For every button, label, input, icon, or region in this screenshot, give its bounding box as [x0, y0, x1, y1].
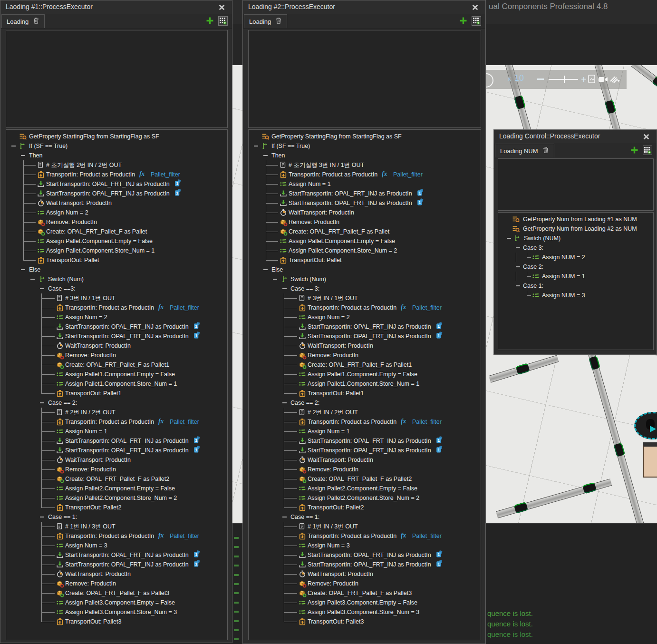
collapse-toggle[interactable]	[254, 146, 258, 146]
collapse-toggle[interactable]	[516, 247, 520, 248]
process-step-row[interactable]: If (SF == True)	[249, 141, 481, 151]
process-step-row[interactable]: Remove: ProductIn	[6, 579, 227, 588]
process-step-row[interactable]: Create: OPAL_FRT_Pallet_F as Pallet	[249, 227, 481, 236]
process-step-row[interactable]: Assign Num = 3	[249, 541, 481, 550]
fx-filter-icon[interactable]: fx	[158, 303, 167, 312]
process-step-row[interactable]: Create: OPAL_FRT_Pallet_F as Pallet1	[6, 360, 227, 370]
process-step-row[interactable]: # 2번 IN / 2번 OUT	[249, 408, 481, 417]
process-step-row[interactable]: StartTransportIn: OPAL_FRT_INJ as Produc…	[6, 550, 227, 560]
close-icon[interactable]	[643, 133, 650, 140]
process-step-row[interactable]: TransportOut: Pallet3	[249, 617, 481, 626]
process-step-row[interactable]: Assign Pallet1.Component.Store_Num = 1	[6, 379, 227, 389]
fx-filter-icon[interactable]: fx	[401, 303, 410, 312]
process-step-row[interactable]: If (SF == True)	[6, 141, 227, 151]
collapse-toggle[interactable]	[263, 155, 268, 156]
process-step-row[interactable]: Assign Pallet1.Component.Store_Num = 1	[249, 379, 481, 389]
process-step-row[interactable]: Assign Num = 3	[6, 541, 227, 550]
process-step-row[interactable]: TransportOut: Pallet1	[249, 389, 481, 398]
collapse-toggle[interactable]	[30, 279, 35, 280]
process-step-row[interactable]: Create: OPAL_FRT_Pallet_F as Pallet2	[6, 474, 227, 484]
trash-icon[interactable]	[33, 17, 39, 26]
fx-filter-icon[interactable]: fx	[401, 532, 410, 541]
process-step-row[interactable]: Remove: ProductIn	[6, 351, 227, 360]
process-executor-window-2[interactable]: Loading #2::ProcessExecutor Loading GetP…	[242, 0, 486, 644]
collapse-toggle[interactable]	[516, 285, 520, 286]
process-step-row[interactable]: TransportIn: Product as ProductInfxPalle…	[6, 303, 227, 312]
process-step-row[interactable]: Assign Num = 1	[249, 427, 481, 436]
process-step-row[interactable]: GetProperty StartingFlag from StartingFl…	[6, 132, 227, 141]
process-step-row[interactable]: WaitTransport: ProductIn	[6, 569, 227, 579]
process-step-row[interactable]: StartTransportIn: OPAL_FRT_INJ as Produc…	[249, 560, 481, 569]
process-step-row[interactable]: Remove: ProductIn	[6, 465, 227, 474]
add-grid-view-icon[interactable]	[643, 146, 652, 155]
process-step-row[interactable]: Case 2:	[498, 262, 653, 272]
close-icon[interactable]	[218, 4, 225, 11]
process-step-row[interactable]: Case 1:	[498, 281, 653, 291]
process-step-row[interactable]: TransportIn: Product as ProductInfxPalle…	[249, 417, 481, 427]
process-step-row[interactable]: Assign Num = 1	[249, 179, 481, 189]
process-step-row[interactable]: Assign Pallet1.Component.Empty = False	[249, 370, 481, 379]
process-step-row[interactable]: Assign Pallet3.Component.Empty = False	[6, 598, 227, 607]
process-step-row[interactable]: Assign Pallet2.Component.Store_Num = 2	[6, 493, 227, 503]
process-step-row[interactable]: Assign Num = 2	[249, 312, 481, 322]
process-step-row[interactable]: Assign Pallet2.Component.Empty = False	[6, 484, 227, 493]
collapse-toggle[interactable]	[11, 146, 16, 146]
process-step-row[interactable]: WaitTransport: ProductIn	[249, 569, 481, 579]
process-step-row[interactable]: StartTransportIn: OPAL_FRT_INJ as Produc…	[6, 322, 227, 332]
process-step-row[interactable]: Assign Pallet2.Component.Store_Num = 2	[249, 493, 481, 503]
process-step-row[interactable]: GetProperty Num from Loading #2 as NUM	[498, 224, 653, 234]
process-step-row[interactable]: WaitTransport: ProductIn	[249, 208, 481, 217]
process-step-row[interactable]: TransportIn: Product as ProductInfxPalle…	[6, 170, 227, 179]
process-step-row[interactable]: TransportIn: Product as ProductInfxPalle…	[6, 417, 227, 427]
collapse-toggle[interactable]	[263, 269, 268, 270]
filter-name-link[interactable]: Pallet_filter	[170, 304, 199, 311]
process-step-row[interactable]: StartTransportIn: OPAL_FRT_INJ as Produc…	[6, 332, 227, 341]
process-step-row[interactable]: TransportOut: Pallet	[6, 255, 227, 265]
trash-icon[interactable]	[542, 146, 549, 156]
fx-filter-icon[interactable]: fx	[158, 418, 167, 427]
process-step-row[interactable]: TransportOut: Pallet2	[249, 503, 481, 512]
collapse-toggle[interactable]	[516, 266, 520, 267]
process-step-row[interactable]: Case == 2:	[249, 398, 481, 408]
process-step-row[interactable]: Create: OPAL_FRT_Pallet_F as Pallet3	[249, 588, 481, 598]
process-step-row[interactable]: TransportOut: Pallet3	[6, 617, 227, 626]
collapse-toggle[interactable]	[21, 269, 25, 270]
process-step-row[interactable]: Switch (Num)	[6, 274, 227, 284]
tab-loading[interactable]: Loading	[1, 14, 45, 28]
process-step-row[interactable]: WaitTransport: ProductIn	[6, 198, 227, 208]
collapse-toggle[interactable]	[40, 288, 44, 289]
routine-variables-panel[interactable]	[498, 158, 654, 211]
process-step-row[interactable]: GetProperty StartingFlag from StartingFl…	[249, 132, 481, 141]
process-step-row[interactable]: Remove: ProductIn	[249, 217, 481, 227]
render-mode-icon[interactable]	[609, 75, 621, 86]
process-step-row[interactable]: Assign Pallet3.Component.Store_Num = 3	[249, 607, 481, 617]
process-step-row[interactable]: # 초기실행 3번 IN / 1번 OUT	[249, 160, 481, 170]
process-step-row[interactable]: Assign Pallet.Component.Empty = False	[6, 236, 227, 246]
process-step-row[interactable]: Assign NUM = 3	[498, 291, 653, 300]
process-step-row[interactable]: Assign Pallet3.Component.Empty = False	[249, 598, 481, 607]
process-step-row[interactable]: TransportOut: Pallet2	[6, 503, 227, 512]
process-step-row[interactable]: TransportOut: Pallet1	[6, 389, 227, 398]
process-step-row[interactable]: Else	[6, 265, 227, 274]
process-step-row[interactable]: # 1번 IN / 3번 OUT	[249, 522, 481, 531]
routine-variables-panel[interactable]	[6, 30, 228, 128]
process-step-row[interactable]: StartTransportIn: OPAL_FRT_INJ as Produc…	[249, 332, 481, 341]
speed-slider[interactable]	[549, 79, 578, 80]
play-button[interactable]	[486, 73, 493, 88]
filter-name-link[interactable]: Pallet_filter	[412, 533, 442, 539]
process-step-row[interactable]: StartTransportIn: OPAL_FRT_INJ as Produc…	[6, 436, 227, 446]
process-executor-window-1[interactable]: Laoding #1::ProcessExecutor Loading GetP…	[0, 0, 232, 643]
process-step-row[interactable]: Case == 3:	[249, 284, 481, 293]
filter-name-link[interactable]: Pallet_filter	[170, 419, 199, 425]
process-step-row[interactable]: # 1번 IN / 3번 OUT	[6, 522, 227, 531]
process-step-row[interactable]: StartTransportIn: OPAL_FRT_INJ as Produc…	[249, 436, 481, 446]
screenshot-icon[interactable]	[588, 74, 596, 86]
process-step-row[interactable]: GetProperty Num from Laoding #1 as NUM	[498, 215, 653, 224]
filter-name-link[interactable]: Pallet_filter	[151, 171, 180, 178]
filter-name-link[interactable]: Pallet_filter	[412, 304, 442, 311]
process-step-row[interactable]: WaitTransport: ProductIn	[249, 455, 481, 465]
speed-increase-button[interactable]: +	[581, 75, 587, 84]
process-step-row[interactable]: Case == 2:	[6, 398, 227, 408]
process-step-row[interactable]: Case 3:	[498, 243, 653, 253]
process-step-row[interactable]: Assign Pallet.Component.Empty = False	[249, 236, 481, 246]
